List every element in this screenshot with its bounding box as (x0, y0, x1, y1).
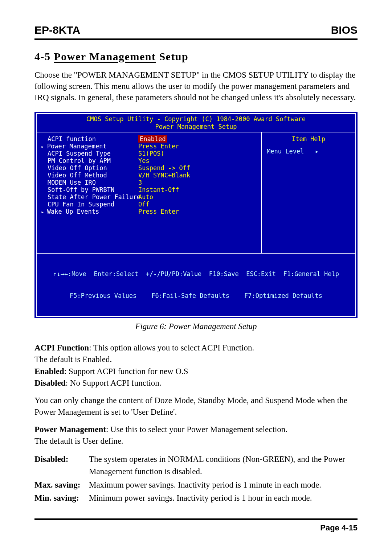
header-left: EP-8KTA (34, 24, 80, 36)
bios-item-value: Press Enter (138, 208, 179, 215)
bios-item-label: MODEM Use IRQ (48, 179, 138, 186)
figure-caption: Figure 6: Power Management Setup (34, 322, 358, 331)
bios-item-value: Suspend -> Off (138, 164, 190, 172)
bios-frame: CMOS Setup Utility - Copyright (C) 1984-… (36, 113, 356, 317)
acpi-desc: : This option allows you to select ACPI … (89, 343, 254, 352)
def-row: Max. saving:Maximum power savings. Inact… (34, 479, 358, 492)
acpi-enabled-desc: : Support ACPI function for new O.S (64, 367, 188, 376)
bios-item-row: Wake Up EventsPress Enter (48, 208, 256, 215)
def-term: Disabled: (34, 453, 89, 478)
page: EP-8KTA BIOS 4-5 Power Management Setup … (0, 0, 392, 550)
defs-list: Disabled:The system operates in NORMAL c… (34, 453, 358, 505)
bios-footer: ↑↓→←:Move Enter:Select +/-/PU/PD:Value F… (37, 254, 355, 316)
bios-items-panel: ACPI functionEnabledPower ManagementPres… (37, 132, 262, 253)
bios-help-content: Menu Level ▸ (267, 148, 350, 155)
bios-footer-line2: F5:Previous Values F6:Fail-Safe Defaults… (40, 292, 352, 299)
section-title: 4-5 Power Management Setup (34, 50, 358, 63)
note-block: You can only change the content of Doze … (34, 395, 358, 418)
def-term: Min. saving: (34, 492, 89, 505)
bios-item-row: State After Power FailureAuto (48, 193, 256, 201)
def-row: Disabled:The system operates in NORMAL c… (34, 453, 358, 478)
bios-item-label: Wake Up Events (48, 208, 138, 215)
footer-rule (34, 518, 358, 520)
def-term: Max. saving: (34, 479, 89, 492)
bios-item-label: Video Off Method (48, 172, 138, 179)
bios-item-label: State After Power Failure (48, 193, 138, 201)
bios-item-label: PM Control by APM (48, 157, 138, 164)
header-right: BIOS (331, 24, 358, 36)
header-row: EP-8KTA BIOS (34, 24, 358, 36)
pm-block: Power Management: Use this to select you… (34, 424, 358, 447)
acpi-block: ACPI Function: This option allows you to… (34, 342, 358, 389)
bios-item-row: ACPI Suspend TypeS1(POS) (48, 150, 256, 157)
section-number: 4-5 (34, 50, 51, 62)
bios-item-label: CPU Fan In Suspend (48, 201, 138, 208)
bios-item-row: Power ManagementPress Enter (48, 143, 256, 150)
bios-item-value: Yes (138, 157, 150, 164)
bios-screenshot: CMOS Setup Utility - Copyright (C) 1984-… (34, 112, 358, 318)
bios-item-value: S1(POS) (138, 150, 164, 157)
bios-item-value: Auto (138, 193, 153, 201)
bios-item-label: Power Management (48, 143, 138, 150)
bios-subtitle: Power Management Setup (37, 123, 355, 132)
def-row: Min. saving:Minimum power savings. Inact… (34, 492, 358, 505)
bios-item-value: Press Enter (138, 143, 179, 150)
bios-item-row: ACPI functionEnabled (48, 135, 256, 143)
bios-item-value: V/H SYNC+Blank (138, 172, 190, 179)
bios-item-label: Video Off Option (48, 164, 138, 172)
bios-item-row: Soft-Off by PWRBTNInstant-Off (48, 186, 256, 193)
page-number: Page 4-15 (34, 523, 358, 533)
bios-help-panel: Item Help Menu Level ▸ (262, 132, 355, 253)
pm-desc: : Use this to select your Power Manageme… (106, 425, 287, 434)
bios-title: CMOS Setup Utility - Copyright (C) 1984-… (37, 114, 355, 123)
intro-paragraph: Choose the "POWER MANAGEMENT SETUP" in t… (34, 69, 358, 103)
bios-item-row: CPU Fan In SuspendOff (48, 201, 256, 208)
bios-item-label: ACPI Suspend Type (48, 150, 138, 157)
pm-name: Power Management (34, 425, 106, 434)
bios-item-row: Video Off MethodV/H SYNC+Blank (48, 172, 256, 179)
acpi-enabled-label: Enabled (34, 367, 64, 376)
def-text: Minimum power savings. Inactivity period… (89, 492, 358, 505)
section-title-rest: Setup (159, 50, 188, 62)
bios-item-row: MODEM Use IRQ3 (48, 179, 256, 186)
acpi-disabled-desc: : No Support ACPI function. (66, 378, 162, 387)
acpi-name: ACPI Function (34, 343, 89, 352)
section-title-ul: Power Management (54, 50, 156, 62)
bios-item-row: PM Control by APMYes (48, 157, 256, 164)
pm-line2: The default is User define. (34, 436, 123, 446)
acpi-disabled-label: Disabled (34, 378, 66, 387)
bios-footer-line1: ↑↓→←:Move Enter:Select +/-/PU/PD:Value F… (40, 270, 352, 278)
bios-item-row: Video Off OptionSuspend -> Off (48, 164, 256, 172)
bios-item-value: Instant-Off (138, 186, 179, 193)
def-text: The system operates in NORMAL conditions… (89, 453, 358, 478)
bios-item-value: 3 (138, 179, 142, 186)
bios-body: ACPI functionEnabledPower ManagementPres… (37, 132, 355, 253)
bios-item-value: Off (138, 201, 150, 208)
acpi-line2: The default is Enabled. (34, 355, 112, 364)
bios-item-value: Enabled (138, 135, 167, 143)
bios-item-label: Soft-Off by PWRBTN (48, 186, 138, 193)
def-text: Maximum power savings. Inactivity period… (89, 479, 358, 492)
header-rule (34, 38, 358, 40)
bios-help-title: Item Help (267, 135, 350, 143)
bios-item-label: ACPI function (48, 135, 138, 143)
